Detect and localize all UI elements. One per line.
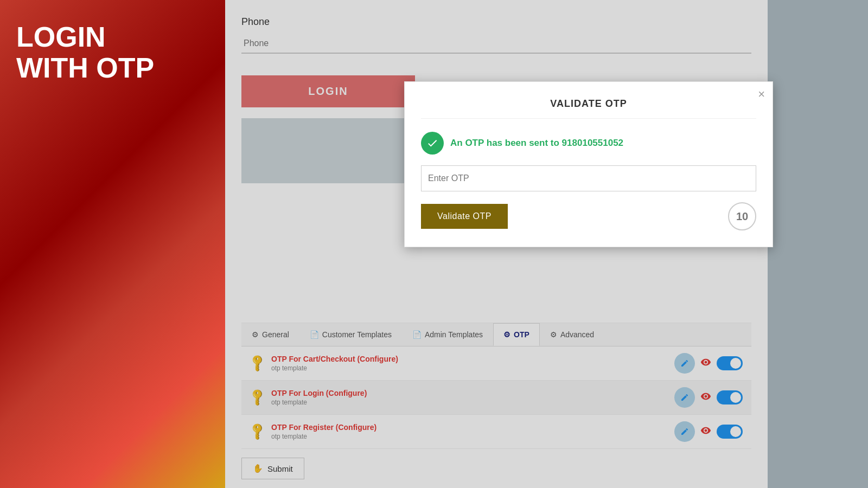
otp-modal-overlay: × VALIDATE OTP An OTP has been sent to 9…: [225, 0, 868, 488]
otp-bottom-row: Validate OTP 10: [421, 202, 756, 230]
otp-modal-title: VALIDATE OTP: [421, 98, 756, 119]
left-panel: LOGIN WITH OTP: [0, 0, 225, 488]
login-title: LOGIN WITH OTP: [16, 22, 154, 84]
close-button[interactable]: ×: [758, 88, 765, 100]
otp-success-message: An OTP has been sent to 918010551052: [421, 132, 756, 155]
check-circle: [421, 132, 444, 155]
otp-input[interactable]: [421, 165, 756, 191]
otp-countdown: 10: [728, 202, 756, 230]
check-icon: [426, 137, 438, 149]
validate-otp-button[interactable]: Validate OTP: [421, 204, 508, 229]
otp-modal: × VALIDATE OTP An OTP has been sent to 9…: [404, 81, 773, 247]
